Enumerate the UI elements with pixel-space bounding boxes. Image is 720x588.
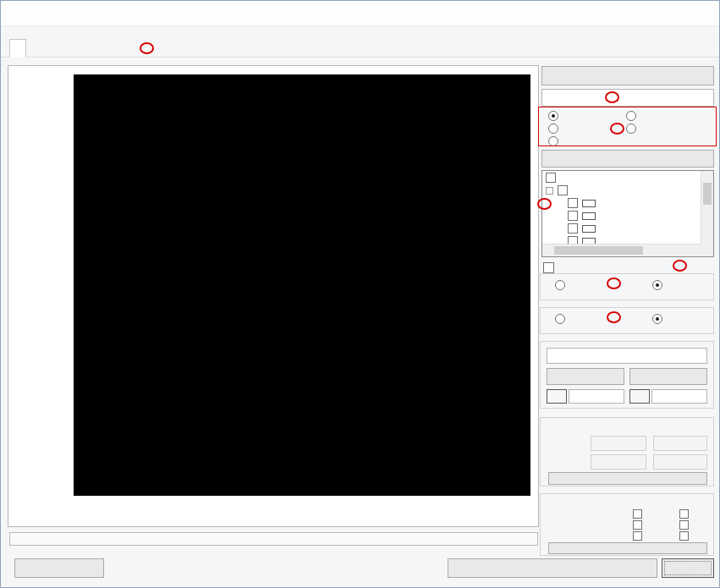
- radio-dot: [626, 111, 636, 121]
- measure-distance-x-checkbox[interactable]: [633, 531, 642, 541]
- annotation-e: [607, 278, 621, 289]
- annotation-f: [607, 311, 621, 323]
- measure-line-y-checkbox[interactable]: [679, 509, 689, 519]
- convert-differential-pair-button[interactable]: [448, 558, 657, 578]
- radio-dot: [652, 280, 662, 290]
- series-color-swatch: [582, 225, 596, 233]
- title-bar: [1, 1, 719, 26]
- checkbox-group[interactable]: [558, 185, 568, 195]
- radio-real[interactable]: [626, 111, 640, 121]
- radio-dot: [626, 124, 636, 134]
- value-scale-log-radio[interactable]: [652, 314, 667, 324]
- annotation-a: [605, 91, 619, 103]
- tree-row-root[interactable]: [542, 172, 701, 184]
- measure-clipping-x-checkbox[interactable]: [633, 520, 642, 530]
- vertical-scrollbar[interactable]: [701, 171, 713, 244]
- measure-distance-y-checkbox[interactable]: [679, 531, 689, 541]
- radio-imaginary[interactable]: [626, 124, 640, 134]
- plot-canvas[interactable]: [74, 74, 530, 496]
- radio-dot: [652, 314, 662, 324]
- select-port-pairs-button[interactable]: [541, 150, 714, 168]
- plot-widget: [8, 65, 539, 527]
- radio-dot: [555, 314, 565, 324]
- tab-graphical-display[interactable]: [9, 39, 26, 58]
- decimal-frequency-combobox: [591, 454, 646, 470]
- interval-frequency-field: [591, 436, 646, 451]
- interval-value-field: [653, 436, 707, 451]
- radio-magnitude[interactable]: [548, 111, 563, 121]
- series-color-swatch: [582, 200, 596, 207]
- port-pairs-tree[interactable]: [541, 170, 714, 257]
- scroll-down-icon[interactable]: [701, 233, 713, 244]
- label-color-swatch[interactable]: [629, 389, 650, 404]
- annotation-d: [673, 260, 687, 272]
- scroll-right-icon[interactable]: [690, 245, 701, 256]
- checkbox-root[interactable]: [546, 173, 556, 183]
- bg-color-combobox[interactable]: [569, 389, 624, 404]
- measure-line-x-checkbox[interactable]: [633, 509, 642, 519]
- tree-row-z12[interactable]: [542, 210, 701, 223]
- parameter-type-combobox[interactable]: [541, 89, 714, 107]
- tree-row-z11[interactable]: [542, 197, 701, 210]
- horizontal-scroll-thumb[interactable]: [554, 246, 643, 255]
- checkbox-z11[interactable]: [568, 198, 578, 208]
- frequency-scale-linear-radio[interactable]: [555, 280, 569, 290]
- apply-button[interactable]: [548, 472, 707, 485]
- radio-dot: [548, 111, 558, 121]
- radio-dot: [548, 136, 558, 146]
- scrollbar-corner: [701, 244, 713, 256]
- radio-decibel[interactable]: [548, 124, 563, 134]
- zoom-mode-combobox[interactable]: [547, 348, 707, 364]
- radio-dot: [548, 124, 558, 134]
- scroll-left-icon[interactable]: [542, 245, 553, 256]
- close-button[interactable]: [662, 558, 714, 578]
- bg-color-swatch[interactable]: [547, 389, 567, 404]
- network-parameter-viewer-window: [0, 0, 720, 588]
- vertical-scroll-thumb[interactable]: [703, 183, 712, 205]
- window-close-button[interactable]: [698, 5, 715, 22]
- open-button[interactable]: [14, 558, 104, 578]
- decimal-value-combobox: [653, 454, 707, 470]
- label-color-combobox[interactable]: [651, 389, 707, 404]
- plot-status-bar: [9, 532, 538, 546]
- value-scale-linear-radio[interactable]: [555, 314, 569, 324]
- horizontal-scrollbar[interactable]: [542, 244, 701, 256]
- tree-collapse-icon[interactable]: [546, 187, 553, 195]
- series-color-swatch: [582, 212, 596, 220]
- plot-environment-button[interactable]: [541, 66, 714, 85]
- display-target-impedance-checkbox[interactable]: [543, 262, 554, 273]
- measure-reset-button[interactable]: [548, 542, 707, 554]
- radio-dot: [555, 280, 565, 290]
- zoom-button[interactable]: [547, 368, 624, 385]
- radio-phase[interactable]: [548, 136, 563, 146]
- tab-strip-divider: [1, 57, 719, 58]
- measure-clipping-y-checkbox[interactable]: [679, 520, 689, 530]
- tree-row-group[interactable]: [542, 184, 701, 197]
- tab-result-data[interactable]: [96, 39, 111, 58]
- zoom-reset-button[interactable]: [629, 368, 707, 385]
- annotation-b: [610, 123, 624, 135]
- frequency-scale-log-radio[interactable]: [652, 280, 667, 290]
- checkbox-z12[interactable]: [568, 211, 578, 221]
- tree-row-z13[interactable]: [542, 223, 701, 235]
- annotation-c: [537, 198, 552, 210]
- checkbox-z13[interactable]: [568, 223, 578, 234]
- annotation-g: [140, 42, 154, 54]
- scroll-up-icon[interactable]: [701, 171, 713, 182]
